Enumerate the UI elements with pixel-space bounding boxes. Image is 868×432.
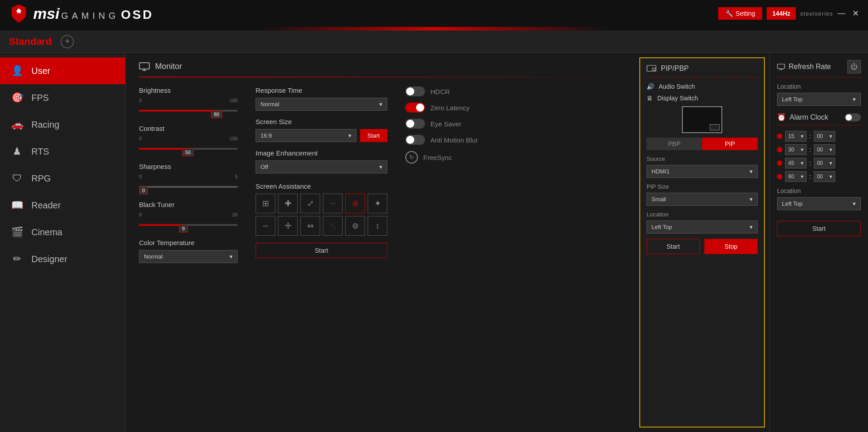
toggles-column: HDCR Zero Latency Eye Save (405, 86, 486, 270)
assist-icon-6[interactable]: ↔ (256, 216, 275, 236)
alarm-hour-3[interactable]: 60▾ (785, 171, 807, 182)
alarm-clock-row: ⏰ Alarm Clock (777, 113, 861, 121)
color-temp-dropdown[interactable]: Normal ▾ (139, 250, 238, 263)
content-area: Monitor Brightness 0 100 (126, 53, 868, 432)
alarm-min-1[interactable]: 00▾ (814, 144, 835, 155)
response-time-chevron: ▾ (379, 101, 382, 108)
assist-icon-3[interactable]: ⋯ (323, 194, 343, 213)
setting-button[interactable]: 🔧 Setting (718, 7, 763, 20)
assist-icon-10[interactable]: ⊚ (345, 216, 365, 236)
freesync-control: ↻ FreeSync (405, 151, 486, 164)
close-button[interactable]: ✕ (852, 9, 859, 18)
sharpness-control: Sharpness 0 5 0 (139, 163, 238, 194)
msi-shield-icon (9, 4, 29, 23)
pip-size-dropdown[interactable]: Small ▾ (647, 193, 758, 206)
screen-size-start-button[interactable]: Start (360, 129, 387, 142)
settings-icon: 🔧 (725, 10, 733, 17)
steelseries-label: steelseries (800, 10, 833, 17)
sidebar-item-user[interactable]: 👤 User (0, 57, 125, 84)
sidebar-item-rts[interactable]: ♟ RTS (0, 138, 125, 165)
alarm-min-2[interactable]: 00▾ (814, 158, 835, 168)
display-icon: 🖥 (647, 95, 653, 102)
response-time-dropdown[interactable]: Normal ▾ (256, 98, 387, 111)
assist-icon-8[interactable]: ⇔ (300, 216, 320, 236)
refresh-rate-toggle[interactable]: ⏻ (847, 60, 861, 73)
pip-start-button[interactable]: Start (647, 239, 700, 254)
alarm-hour-2[interactable]: 45▾ (785, 158, 807, 168)
color-temp-value: Normal (144, 253, 163, 260)
pip-location-value: Left Top (651, 224, 672, 230)
screen-size-dropdown[interactable]: 16:9 ▾ (256, 129, 356, 142)
response-time-control: Response Time Normal ▾ (256, 86, 387, 111)
logo: msi GAMING OSD (9, 4, 153, 23)
pip-header: PIP/PBP (647, 65, 758, 73)
pbp-tab[interactable]: PBP (647, 138, 702, 150)
black-tuner-slider[interactable]: 9 (139, 218, 238, 232)
location-dropdown[interactable]: Left Top ▾ (777, 93, 861, 106)
location-value: Left Top (782, 96, 803, 103)
pip-preview-small (710, 124, 720, 130)
pip-location-chevron: ▾ (750, 224, 753, 230)
assist-icon-7[interactable]: ✛ (278, 216, 298, 236)
refresh-rate-label: Refresh Rate (789, 63, 831, 71)
sidebar-item-rpg[interactable]: 🛡 RPG (0, 165, 125, 192)
sidebar-label-rts: RTS (31, 147, 49, 157)
sidebar-item-cinema[interactable]: 🎬 Cinema (0, 219, 125, 246)
eye-saver-label: Eye Saver (430, 120, 461, 128)
assist-icon-1[interactable]: ✚ (278, 194, 298, 213)
alarm-min-0[interactable]: 00▾ (814, 131, 835, 142)
right-start-button[interactable]: Start (777, 221, 861, 236)
anti-motion-blur-toggle[interactable] (405, 135, 425, 145)
assist-icon-4[interactable]: ⊕ (345, 194, 365, 213)
zero-latency-toggle[interactable] (405, 103, 425, 112)
assist-icon-2[interactable]: ⤢ (300, 194, 320, 213)
source-dropdown[interactable]: HDMI1 ▾ (647, 165, 758, 178)
sidebar-item-racing[interactable]: 🚗 Racing (0, 111, 125, 138)
response-time-label: Response Time (256, 86, 387, 94)
assist-icon-11[interactable]: ↕ (368, 216, 387, 236)
sharpness-slider[interactable]: 0 (139, 180, 238, 194)
black-tuner-value: 9 (179, 225, 188, 233)
minimize-button[interactable]: — (838, 9, 846, 18)
image-enhancement-dropdown[interactable]: Off ▾ (256, 160, 387, 173)
monitor-divider (139, 77, 621, 78)
sidebar-item-reader[interactable]: 📖 Reader (0, 192, 125, 219)
pip-section-label: PIP/PBP (661, 65, 689, 73)
screen-size-control: Screen Size 16:9 ▾ Start (256, 118, 387, 142)
sidebar-item-designer[interactable]: ✏ Designer (0, 246, 125, 272)
pip-size-label: PIP Size (647, 183, 758, 190)
designer-icon: ✏ (11, 253, 23, 265)
contrast-max: 100 (230, 136, 238, 141)
location2-dropdown[interactable]: Left Top ▾ (777, 197, 861, 210)
msi-logo-text: msi GAMING OSD (33, 5, 153, 22)
assist-icon-0[interactable]: ⊞ (256, 194, 275, 213)
alarm-clock-toggle[interactable] (845, 113, 861, 121)
active-tab-label[interactable]: Standard (9, 36, 52, 48)
add-tab-button[interactable]: + (61, 35, 74, 48)
contrast-slider[interactable]: 50 (139, 142, 238, 156)
assist-icon-9[interactable]: ⋱ (323, 216, 343, 236)
screen-assistance-start-button[interactable]: Start (256, 243, 387, 258)
alarm-hour-1[interactable]: 30▾ (785, 144, 807, 155)
brightness-slider[interactable]: 80 (139, 104, 238, 117)
setting-label: Setting (736, 10, 755, 17)
sidebar-label-racing: Racing (31, 120, 59, 130)
sidebar-item-fps[interactable]: 🎯 FPS (0, 84, 125, 111)
alarm-hour-0[interactable]: 15▾ (785, 131, 807, 142)
audio-switch-label: Audio Switch (659, 83, 695, 90)
contrast-control: Contrast 0 100 50 (139, 125, 238, 156)
header-accent (0, 27, 868, 30)
eye-saver-toggle[interactable] (405, 119, 425, 129)
pip-tab[interactable]: PIP (702, 138, 758, 150)
assist-icon-5[interactable]: ✦ (368, 194, 387, 213)
alarm-min-3[interactable]: 00▾ (814, 171, 835, 182)
location2-chevron: ▾ (853, 200, 856, 207)
color-temp-chevron: ▾ (230, 253, 233, 260)
black-tuner-min: 0 (139, 212, 142, 217)
pip-stop-button[interactable]: Stop (704, 239, 758, 254)
hdcr-toggle[interactable] (405, 86, 425, 96)
pip-buttons: Start Stop (647, 239, 758, 254)
alarm-dot-3 (777, 174, 782, 179)
pip-location-dropdown[interactable]: Left Top ▾ (647, 220, 758, 233)
freesync-label: FreeSync (423, 154, 452, 161)
